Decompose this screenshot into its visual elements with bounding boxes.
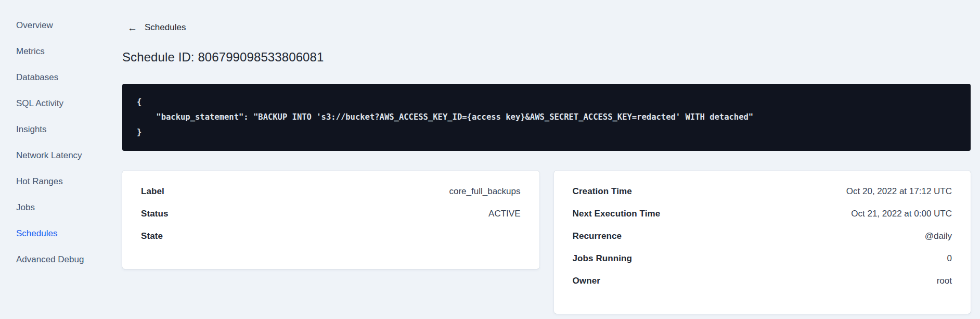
detail-label: Status [141, 209, 169, 219]
detail-cards-row: Label core_full_backups Status ACTIVE St… [122, 171, 971, 314]
detail-value: core_full_backups [449, 186, 520, 197]
detail-row-next-execution-time: Next Execution Time Oct 21, 2022 at 0:00… [573, 209, 952, 219]
sidebar-item-databases[interactable]: Databases [16, 65, 121, 91]
sidebar-item-overview[interactable]: Overview [16, 12, 121, 39]
sidebar-item-schedules[interactable]: Schedules [16, 221, 121, 247]
sidebar-item-metrics[interactable]: Metrics [16, 39, 121, 65]
detail-value: Oct 21, 2022 at 0:00 UTC [851, 209, 952, 219]
schedule-summary-card: Label core_full_backups Status ACTIVE St… [122, 171, 539, 269]
sidebar-item-insights[interactable]: Insights [16, 117, 121, 143]
code-line: } [137, 125, 956, 140]
detail-row-recurrence: Recurrence @daily [573, 231, 952, 241]
sidebar: Overview Metrics Databases SQL Activity … [0, 0, 121, 319]
main-content: ← Schedules Schedule ID: 806799098533806… [121, 0, 980, 319]
detail-value: ACTIVE [488, 209, 520, 219]
sidebar-item-hot-ranges[interactable]: Hot Ranges [16, 169, 121, 195]
detail-row-status: Status ACTIVE [141, 209, 521, 219]
detail-label: State [141, 231, 163, 241]
sidebar-item-advanced-debug[interactable]: Advanced Debug [16, 247, 121, 273]
back-arrow-icon: ← [127, 23, 137, 33]
page: Overview Metrics Databases SQL Activity … [0, 0, 980, 319]
detail-label: Creation Time [573, 186, 632, 197]
detail-label: Label [141, 186, 164, 197]
detail-value: @daily [925, 231, 952, 241]
detail-row-owner: Owner root [573, 276, 952, 286]
sidebar-item-jobs[interactable]: Jobs [16, 195, 121, 221]
detail-row-label: Label core_full_backups [141, 186, 521, 197]
detail-label: Jobs Running [573, 253, 633, 264]
back-link-schedules[interactable]: ← Schedules [127, 22, 186, 33]
detail-value: 0 [947, 253, 952, 264]
back-link-label: Schedules [145, 22, 186, 33]
detail-row-creation-time: Creation Time Oct 20, 2022 at 17:12 UTC [573, 186, 952, 197]
detail-row-jobs-running: Jobs Running 0 [573, 253, 952, 264]
detail-value: root [937, 276, 952, 286]
schedule-timing-card: Creation Time Oct 20, 2022 at 17:12 UTC … [554, 171, 971, 314]
page-title: Schedule ID: 806799098533806081 [122, 50, 971, 65]
detail-label: Recurrence [573, 231, 622, 241]
sidebar-item-network-latency[interactable]: Network Latency [16, 143, 121, 169]
schedule-statement-code-block: { "backup_statement": "BACKUP INTO 's3:/… [122, 84, 971, 151]
detail-label: Owner [573, 276, 600, 286]
sidebar-item-sql-activity[interactable]: SQL Activity [16, 91, 121, 117]
detail-value: Oct 20, 2022 at 17:12 UTC [846, 186, 952, 197]
code-line: "backup_statement": "BACKUP INTO 's3://b… [137, 110, 956, 125]
code-line: { [137, 95, 956, 110]
detail-label: Next Execution Time [573, 209, 661, 219]
detail-row-state: State [141, 231, 521, 241]
